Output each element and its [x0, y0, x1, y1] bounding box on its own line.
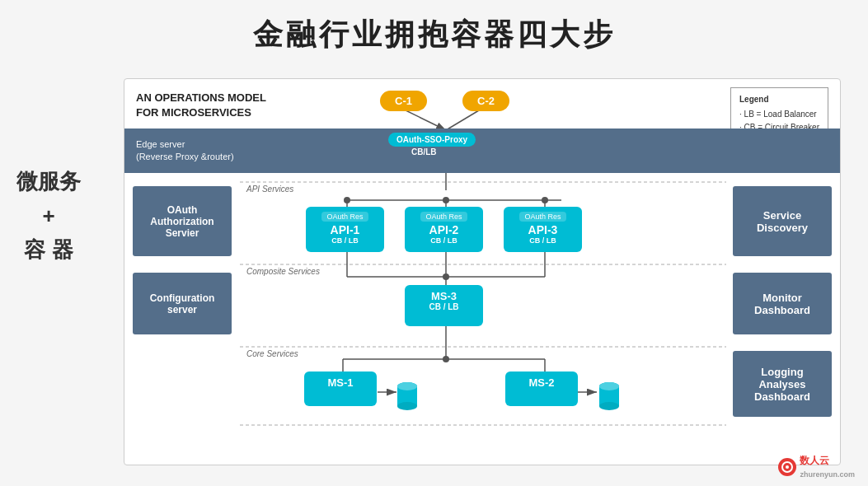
api-services-label: API Services	[246, 185, 293, 194]
diagram-title: AN OPERATIONS MODEL FOR MICROSERVICES	[136, 91, 266, 120]
config-server-box: Configuration server	[133, 273, 232, 334]
svg-point-12	[443, 197, 449, 203]
page-title: 金融行业拥抱容器四大步	[0, 0, 868, 63]
logo-text: 数人云 zhurenyun.com	[800, 454, 855, 479]
svg-point-39	[786, 465, 789, 469]
api-1-box: OAuth Res API-1 CB / LB	[306, 207, 384, 252]
composite-services-label: Composite Services	[246, 267, 320, 276]
db-cylinder-2	[598, 381, 620, 412]
diagram-container: AN OPERATIONS MODEL FOR MICROSERVICES C-…	[124, 78, 841, 465]
api-2-box: OAuth Res API-2 CB / LB	[405, 207, 483, 252]
ms-3-box: MS-3 CB / LB	[405, 285, 483, 326]
svg-point-19	[443, 273, 449, 280]
c1-badge: C-1	[380, 91, 427, 111]
db-cylinder-1	[396, 381, 418, 412]
monitor-dashboard-box: Monitor Dashboard	[733, 273, 832, 334]
svg-point-13	[542, 197, 548, 203]
svg-point-37	[599, 382, 619, 390]
edge-server-label: Edge server (Reverse Proxy &router)	[136, 138, 234, 164]
svg-line-1	[446, 108, 483, 130]
ms-2-box: MS-2	[505, 372, 578, 406]
api-3-box: OAuth Res API-3 CB / LB	[504, 207, 582, 252]
c2-badge: C-2	[462, 91, 509, 111]
service-discovery-box: Service Discovery	[733, 186, 832, 256]
core-services-label: Core Services	[246, 349, 298, 358]
svg-point-33	[397, 382, 417, 390]
diagram-header: AN OPERATIONS MODEL FOR MICROSERVICES	[136, 91, 266, 120]
svg-point-32	[397, 402, 417, 410]
oauth-box: OAuth Authorization Servier	[133, 186, 232, 256]
svg-point-11	[344, 197, 350, 203]
ms-1-box: MS-1	[304, 372, 377, 406]
edge-cb-lb-label: CB/LB	[411, 147, 437, 157]
bottom-logo: 数人云 zhurenyun.com	[778, 454, 855, 479]
edge-server-bar: Edge server (Reverse Proxy &router)	[124, 129, 840, 173]
oauth-sso-proxy-badge: OAuth-SSO-Proxy	[388, 133, 476, 147]
logging-box: Logging Analyses Dashboard	[733, 351, 832, 417]
sidebar-label: 微服务 + 容 器	[16, 165, 81, 268]
svg-point-36	[599, 402, 619, 410]
svg-line-0	[401, 108, 446, 130]
logo-icon	[778, 458, 796, 476]
svg-point-23	[443, 356, 449, 362]
